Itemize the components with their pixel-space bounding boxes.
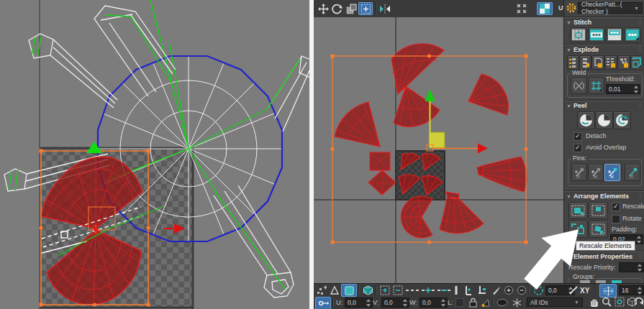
pack-normalize-button[interactable] bbox=[568, 202, 588, 219]
rollout-arrange-title: Arrange Elements bbox=[573, 193, 629, 200]
paint-select-grow-icon[interactable] bbox=[502, 285, 515, 296]
rescale-checkbox[interactable] bbox=[612, 203, 620, 211]
collapse-arrow-icon: ▼ bbox=[566, 47, 571, 52]
falloff-curve-icon[interactable] bbox=[567, 285, 580, 296]
subobject-polygon-icon[interactable] bbox=[341, 284, 357, 297]
freeze-snowflake-icon[interactable] bbox=[510, 297, 523, 308]
rotate-tool-icon[interactable] bbox=[330, 3, 343, 14]
uv-islands bbox=[314, 17, 563, 283]
rollout-arrange-header[interactable]: ▼ Arrange Elements ⋮ bbox=[564, 191, 644, 200]
rollout-element-properties-header[interactable]: ▼ Element Properties ⋮ bbox=[564, 252, 644, 261]
pin-strength-button[interactable] bbox=[625, 164, 640, 181]
paint-select-icon[interactable] bbox=[490, 285, 503, 296]
rollout-explode-header[interactable]: ▼ Explode ⋮ bbox=[564, 45, 644, 54]
settings-gear-icon[interactable] bbox=[565, 2, 578, 14]
select-edge-loop-icon[interactable] bbox=[404, 285, 419, 296]
snap-triangle-icon[interactable] bbox=[479, 297, 492, 308]
absolute-offset-toggle-icon[interactable] bbox=[315, 297, 331, 309]
align-edge-vertical-icon[interactable] bbox=[461, 285, 474, 296]
move-tool-icon[interactable] bbox=[317, 3, 330, 14]
u-spinner[interactable]: 0,0 bbox=[345, 298, 373, 308]
chevron-down-icon: ▼ bbox=[634, 6, 639, 11]
soft-selection-icon[interactable] bbox=[532, 285, 545, 296]
explode-flatten-polygons-button[interactable] bbox=[617, 55, 630, 70]
spinner-arrows-icon[interactable] bbox=[636, 236, 642, 244]
zoom-to-gizmo-icon[interactable] bbox=[635, 296, 644, 308]
w-spinner[interactable]: 0,0 bbox=[419, 298, 448, 308]
spinner-arrows-icon[interactable] bbox=[633, 86, 639, 93]
pin-select-button[interactable] bbox=[604, 164, 620, 181]
rotate-checkbox[interactable] bbox=[612, 215, 620, 223]
v-spinner[interactable]: 0,0 bbox=[381, 298, 409, 308]
material-dropdown[interactable]: CheckerPatt...( Checker ) ▼ bbox=[578, 2, 643, 14]
stitch-target-button[interactable] bbox=[624, 27, 641, 42]
u-value: 0,0 bbox=[348, 299, 356, 306]
grow-edge-loop-icon[interactable] bbox=[420, 285, 435, 296]
zoom-region-icon[interactable] bbox=[613, 296, 626, 308]
shrink-edge-loop-icon[interactable] bbox=[436, 285, 451, 296]
uv-bottom-toolbar: 0,0 XY 16 U: 0,0 V: 0,0 W: bbox=[314, 283, 644, 309]
shrink-selection-icon[interactable] bbox=[391, 285, 404, 296]
uv-canvas[interactable] bbox=[314, 17, 563, 283]
pin-add-button[interactable] bbox=[588, 164, 604, 181]
v-label: V: bbox=[373, 299, 378, 306]
threshold-spinner[interactable]: 0,01 bbox=[606, 84, 640, 94]
scale-tool-icon[interactable] bbox=[345, 3, 358, 14]
spinner-arrows-icon[interactable] bbox=[637, 264, 643, 272]
subobject-edge-icon[interactable] bbox=[328, 285, 341, 296]
subobject-vertex-icon[interactable] bbox=[315, 285, 328, 296]
rollout-grip-icon: ⋮ bbox=[638, 254, 643, 259]
rollout-peel-title: Peel bbox=[573, 102, 587, 109]
weld-selected-button[interactable] bbox=[588, 78, 604, 94]
detach-label: Detach bbox=[586, 132, 607, 139]
explode-break-face-button[interactable] bbox=[591, 55, 604, 70]
align-edge-horizontal-icon[interactable] bbox=[476, 285, 489, 296]
explode-break-vertex-button[interactable] bbox=[567, 55, 579, 70]
paint-select-shrink-icon[interactable] bbox=[515, 285, 528, 296]
stitch-source-button[interactable] bbox=[588, 27, 605, 42]
spinner-arrows-icon[interactable] bbox=[440, 299, 446, 307]
explode-flatten-custom-button[interactable] bbox=[630, 55, 643, 70]
lock-icon[interactable] bbox=[466, 297, 479, 308]
rotate-elements-button[interactable] bbox=[589, 221, 608, 238]
viewport-3d[interactable] bbox=[0, 0, 309, 309]
groups-group-title: Groups: bbox=[571, 274, 597, 280]
stitch-average-button[interactable] bbox=[606, 27, 623, 42]
detach-checkbox[interactable] bbox=[573, 132, 582, 141]
pack-custom-button[interactable] bbox=[589, 202, 608, 219]
peel-mode-button[interactable] bbox=[595, 111, 613, 129]
rollout-peel-header[interactable]: ▼ Peel ⋮ bbox=[564, 101, 644, 110]
avoid-overlap-checkbox[interactable] bbox=[573, 144, 582, 152]
mirror-tool-icon[interactable] bbox=[378, 3, 391, 14]
explode-flatten-button[interactable] bbox=[604, 55, 617, 70]
collapse-arrow-icon: ▼ bbox=[566, 254, 571, 259]
spinner-arrows-icon[interactable] bbox=[402, 299, 408, 307]
lock-selection-checkbox[interactable] bbox=[455, 298, 464, 307]
hide-selected-icon[interactable] bbox=[496, 297, 509, 308]
threshold-value: 0,01 bbox=[609, 86, 621, 93]
rescale-elements-button[interactable] bbox=[568, 221, 588, 238]
reset-peel-button[interactable] bbox=[613, 111, 631, 129]
zoom-icon[interactable] bbox=[600, 296, 613, 308]
quick-peel-button[interactable] bbox=[577, 111, 595, 129]
grow-selection-icon[interactable] bbox=[378, 285, 391, 296]
target-weld-button[interactable] bbox=[571, 78, 587, 94]
id-filter-dropdown[interactable]: All IDs ▼ bbox=[527, 298, 583, 307]
rollout-element-properties-title: Element Properties bbox=[573, 253, 632, 260]
rescale-priority-spinner[interactable] bbox=[619, 262, 644, 272]
freeform-tool-icon[interactable] bbox=[358, 2, 373, 15]
avoid-overlap-label: Avoid Overlap bbox=[586, 144, 626, 151]
select-element-icon[interactable] bbox=[361, 285, 374, 296]
pin-move-button[interactable] bbox=[571, 164, 587, 181]
rollout-stitch-header[interactable]: ▼ Stitch ⋮ bbox=[564, 17, 644, 27]
falloff-space-button[interactable]: XY bbox=[580, 287, 589, 295]
checker-pattern-icon[interactable] bbox=[537, 2, 553, 15]
edge-column-icon[interactable] bbox=[453, 285, 460, 296]
spinner-arrows-icon[interactable] bbox=[366, 299, 371, 307]
show-map-icon[interactable] bbox=[515, 3, 528, 14]
spinner-arrows-icon[interactable] bbox=[637, 287, 643, 295]
stitch-custom-button[interactable] bbox=[570, 27, 587, 42]
map-channel-spinner[interactable]: 16 bbox=[619, 285, 644, 295]
pan-hand-icon[interactable] bbox=[587, 296, 600, 308]
explode-break-edge-button[interactable] bbox=[579, 55, 591, 70]
